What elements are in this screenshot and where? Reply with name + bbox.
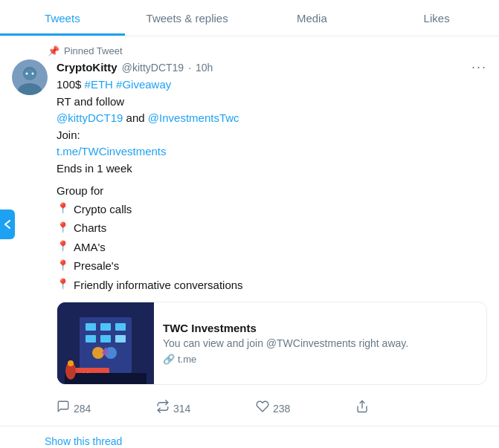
- tweet-time: 10h: [196, 62, 213, 74]
- list-item-4: 📍 Friendly informative conversations: [57, 276, 487, 295]
- svg-point-4: [26, 73, 28, 75]
- pin-emoji-1: 📍: [57, 219, 69, 237]
- hashtag-giveaway[interactable]: #Giveaway: [116, 78, 171, 91]
- list-item-1: 📍 Charts: [57, 218, 487, 238]
- like-count: 238: [273, 403, 290, 415]
- card-title: TWC Investments: [163, 322, 408, 334]
- svg-rect-19: [65, 373, 147, 384]
- pin-emoji-2: 📍: [57, 238, 69, 256]
- group-for-text: Group for 📍 Crypto calls 📍 Charts 📍 AMA'…: [57, 183, 487, 294]
- tweet-text-100: 100$: [57, 78, 85, 91]
- tweet-body: CryptoKitty @kittyDCT19 · 10h ··· 100$ #…: [12, 59, 487, 426]
- tab-media[interactable]: Media: [250, 0, 375, 36]
- svg-rect-10: [115, 323, 126, 331]
- avatar[interactable]: [12, 59, 48, 95]
- rt-follow-text: RT and follow: [57, 95, 124, 108]
- pinned-row: 📌 Pinned Tweet: [48, 45, 487, 56]
- svg-rect-12: [100, 335, 111, 343]
- show-thread-link[interactable]: Show this thread: [0, 426, 499, 448]
- list-item-0: 📍 Crypto calls: [57, 200, 487, 219]
- more-options-icon[interactable]: ···: [471, 59, 487, 75]
- svg-point-21: [68, 360, 74, 366]
- pinned-label: Pinned Tweet: [64, 45, 123, 56]
- like-icon: [256, 400, 269, 417]
- pin-emoji-0: 📍: [57, 200, 69, 218]
- retweet-icon: [156, 400, 170, 417]
- svg-point-3: [24, 68, 36, 80]
- reply-action[interactable]: 284: [57, 400, 91, 417]
- svg-rect-8: [86, 323, 96, 331]
- svg-rect-13: [115, 335, 126, 343]
- list-item-3: 📍 Presale's: [57, 256, 487, 276]
- pin-icon: 📌: [48, 45, 59, 56]
- tab-tweets-replies[interactable]: Tweets & replies: [125, 0, 250, 36]
- tweet-header: CryptoKitty @kittyDCT19 · 10h ···: [57, 59, 487, 75]
- tab-tweets[interactable]: Tweets: [0, 0, 125, 36]
- tweet-actions: 284 314: [57, 394, 369, 426]
- svg-rect-9: [100, 323, 111, 331]
- link-text: t.me: [178, 354, 196, 365]
- join-label: Join:: [57, 129, 80, 141]
- hashtag-eth[interactable]: #ETH: [85, 78, 113, 91]
- sidebar-toggle-button[interactable]: [0, 210, 15, 239]
- tweet-text: 100$ #ETH #Giveaway RT and follow @kitty…: [57, 77, 487, 177]
- tweet-content: CryptoKitty @kittyDCT19 · 10h ··· 100$ #…: [57, 59, 487, 426]
- twc-link[interactable]: t.me/TWCinvestments: [57, 145, 167, 158]
- tweet-container: 📌 Pinned Tweet CryptoKitty @kittyDCT1: [0, 36, 499, 426]
- svg-rect-11: [86, 335, 96, 343]
- tab-likes[interactable]: Likes: [374, 0, 499, 36]
- card-link: 🔗 t.me: [163, 354, 408, 365]
- separator: ·: [188, 62, 191, 74]
- tweet-card[interactable]: token TWC Investments You can view and j…: [57, 302, 487, 385]
- mention-investments[interactable]: @InvestmentsTwc: [148, 111, 239, 124]
- mention-kitty[interactable]: @kittyDCT19: [57, 111, 123, 124]
- display-name: CryptoKitty: [57, 61, 117, 74]
- link-icon: 🔗: [163, 354, 175, 365]
- like-action[interactable]: 238: [256, 400, 290, 417]
- retweet-count: 314: [173, 403, 190, 415]
- card-image: token: [57, 302, 154, 384]
- share-action[interactable]: [355, 400, 369, 417]
- card-desc: You can view and join @TWCinvestments ri…: [163, 337, 408, 349]
- pin-emoji-4: 📍: [57, 276, 69, 293]
- ends-text: Ends in 1 week: [57, 162, 132, 175]
- retweet-action[interactable]: 314: [156, 400, 190, 417]
- username: @kittyDCT19: [122, 62, 184, 74]
- reply-count: 284: [74, 403, 91, 415]
- and-text: and: [123, 111, 147, 124]
- svg-point-5: [32, 73, 34, 75]
- list-item-2: 📍 AMA's: [57, 238, 487, 257]
- reply-icon: [57, 400, 70, 417]
- share-icon: [355, 400, 369, 417]
- tabs-bar: Tweets Tweets & replies Media Likes: [0, 0, 499, 36]
- card-info: TWC Investments You can view and join @T…: [154, 302, 417, 384]
- user-info: CryptoKitty @kittyDCT19 · 10h: [57, 61, 213, 74]
- pin-emoji-3: 📍: [57, 257, 69, 275]
